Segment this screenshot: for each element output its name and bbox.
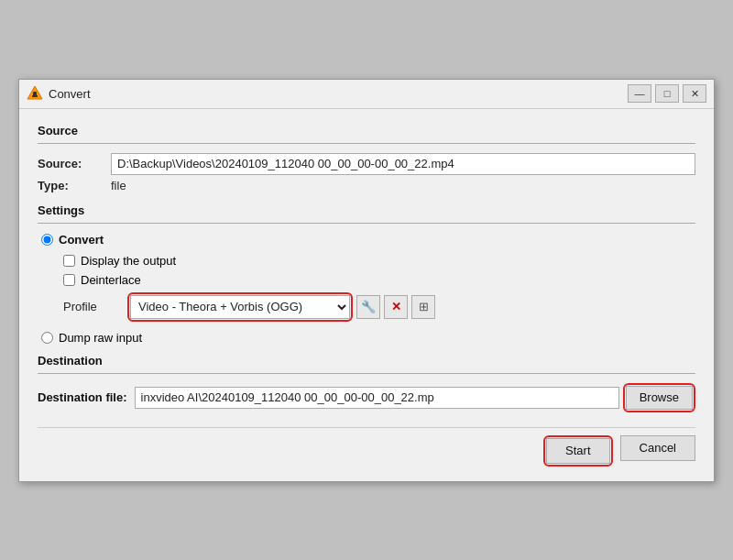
- cancel-button[interactable]: Cancel: [620, 435, 695, 461]
- browse-btn-wrapper: Browse: [623, 383, 695, 412]
- title-bar-controls: — □ ✕: [628, 84, 706, 103]
- display-output-checkbox[interactable]: [63, 255, 75, 267]
- destination-section: Destination Destination file: Browse: [38, 354, 695, 412]
- start-btn-wrapper: Start: [543, 435, 612, 467]
- svg-rect-2: [32, 95, 38, 97]
- source-divider: [38, 143, 695, 144]
- display-output-row: Display the output: [63, 254, 695, 268]
- dest-file-label: Destination file:: [38, 390, 127, 404]
- settings-section: Settings Convert Display the output Dein…: [38, 203, 695, 345]
- settings-divider: [38, 223, 695, 224]
- deinterlace-label[interactable]: Deinterlace: [81, 273, 141, 287]
- display-output-label[interactable]: Display the output: [81, 254, 176, 268]
- browse-button[interactable]: Browse: [626, 386, 693, 410]
- close-button[interactable]: ✕: [683, 84, 706, 103]
- maximize-button[interactable]: □: [655, 84, 679, 103]
- minimize-button[interactable]: —: [628, 84, 651, 103]
- source-section-label: Source: [38, 124, 695, 137]
- source-row: Source:: [38, 153, 695, 175]
- delete-icon: ✕: [391, 300, 401, 313]
- deinterlace-row: Deinterlace: [63, 273, 695, 287]
- type-row: Type: file: [38, 179, 695, 192]
- start-button[interactable]: Start: [546, 438, 609, 464]
- source-section: Source Source: Type: file: [38, 124, 695, 192]
- profile-row: Profile Video - Theora + Vorbis (OGG) Vi…: [63, 292, 695, 322]
- convert-radio-label[interactable]: Convert: [59, 233, 104, 247]
- destination-file-input[interactable]: [135, 387, 619, 409]
- bottom-buttons: Start Cancel: [38, 427, 695, 467]
- convert-radio[interactable]: [41, 234, 53, 246]
- source-label: Source:: [38, 157, 111, 170]
- type-label: Type:: [38, 179, 111, 192]
- destination-file-row: Destination file: Browse: [38, 383, 695, 412]
- window-title: Convert: [49, 87, 628, 101]
- profile-select-wrapper: Video - Theora + Vorbis (OGG) Video - H.…: [127, 292, 353, 322]
- profile-select[interactable]: Video - Theora + Vorbis (OGG) Video - H.…: [130, 295, 350, 319]
- source-input[interactable]: [111, 153, 695, 175]
- grid-icon: ⊞: [419, 300, 429, 313]
- dump-radio[interactable]: [41, 332, 53, 344]
- dump-radio-label[interactable]: Dump raw input: [59, 331, 142, 345]
- profile-label: Profile: [63, 300, 127, 313]
- destination-divider: [38, 373, 695, 374]
- convert-radio-row: Convert: [41, 233, 695, 247]
- dump-radio-row: Dump raw input: [41, 331, 695, 345]
- type-value: file: [111, 179, 126, 192]
- wrench-button[interactable]: 🔧: [356, 295, 380, 319]
- new-profile-button[interactable]: ⊞: [411, 295, 435, 319]
- convert-window: Convert — □ ✕ Source Source: Type: file …: [18, 79, 715, 482]
- window-content: Source Source: Type: file Settings Conve…: [19, 109, 714, 481]
- wrench-icon: 🔧: [361, 300, 376, 313]
- vlc-icon: [27, 85, 43, 102]
- delete-profile-button[interactable]: ✕: [384, 295, 408, 319]
- title-bar: Convert — □ ✕: [19, 80, 714, 109]
- deinterlace-checkbox[interactable]: [63, 274, 75, 286]
- destination-section-label: Destination: [38, 354, 695, 368]
- settings-section-label: Settings: [38, 203, 695, 217]
